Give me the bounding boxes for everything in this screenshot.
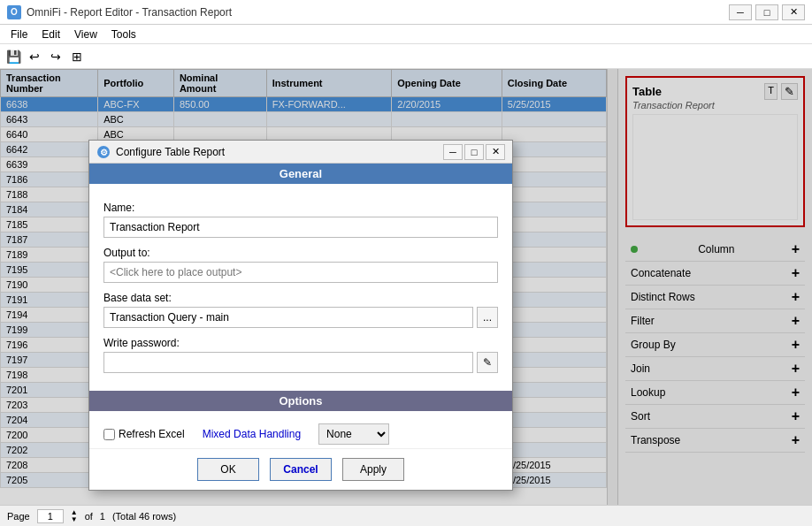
grid-button[interactable]: ⊞ bbox=[67, 47, 87, 66]
save-button[interactable]: 💾 bbox=[4, 47, 23, 66]
of-label: of bbox=[85, 511, 93, 522]
title-bar: O OmniFi - Report Editor - Transaction R… bbox=[0, 0, 812, 25]
menu-edit[interactable]: Edit bbox=[34, 27, 67, 42]
modal-overlay: ⚙ Configure Table Report ─ □ ✕ General N… bbox=[0, 69, 812, 505]
name-label: Name: bbox=[103, 202, 498, 214]
minimize-button[interactable]: ─ bbox=[729, 4, 752, 20]
output-input[interactable] bbox=[103, 262, 498, 283]
password-field: Write password: ✎ bbox=[103, 337, 498, 373]
base-data-label: Base data set: bbox=[103, 292, 498, 304]
app-icon: O bbox=[7, 5, 21, 19]
name-field: Name: bbox=[103, 202, 498, 238]
mixed-data-select[interactable]: None Merge Split bbox=[318, 423, 389, 445]
output-label: Output to: bbox=[103, 247, 498, 259]
output-field: Output to: bbox=[103, 247, 498, 283]
browse-button[interactable]: ... bbox=[477, 307, 498, 328]
refresh-excel-label[interactable]: Refresh Excel bbox=[103, 428, 185, 440]
base-data-field: Base data set: ... bbox=[103, 292, 498, 328]
ok-button[interactable]: OK bbox=[197, 458, 259, 481]
main-layout: TransactionNumber Portfolio NominalAmoun… bbox=[0, 69, 812, 505]
maximize-button[interactable]: □ bbox=[755, 4, 778, 20]
redo-button[interactable]: ↪ bbox=[46, 47, 65, 66]
modal-minimize-button[interactable]: ─ bbox=[443, 144, 463, 160]
options-body: Refresh Excel Mixed Data Handling None M… bbox=[89, 420, 512, 448]
total-rows-label: (Total 46 rows) bbox=[112, 511, 176, 522]
refresh-excel-checkbox[interactable] bbox=[103, 429, 115, 440]
modal-body: Name: Output to: Base data set: ... Writ… bbox=[89, 193, 512, 391]
modal-footer: OK Cancel Apply bbox=[89, 448, 512, 490]
menu-file[interactable]: File bbox=[4, 27, 34, 42]
status-bar: Page ▲ ▼ of 1 (Total 46 rows) bbox=[0, 505, 812, 526]
modal-titlebar: ⚙ Configure Table Report ─ □ ✕ bbox=[89, 141, 512, 164]
toolbar: 💾 ↩ ↪ ⊞ bbox=[0, 44, 812, 69]
cancel-button[interactable]: Cancel bbox=[270, 458, 332, 481]
password-label: Write password: bbox=[103, 337, 498, 349]
password-input[interactable] bbox=[103, 352, 473, 373]
modal-icon: ⚙ bbox=[96, 145, 111, 159]
close-button[interactable]: ✕ bbox=[782, 4, 805, 20]
page-spinner[interactable]: ▲ ▼ bbox=[71, 509, 78, 523]
options-section-header: Options bbox=[89, 391, 512, 411]
spin-down[interactable]: ▼ bbox=[71, 516, 78, 523]
modal-close-button[interactable]: ✕ bbox=[486, 144, 505, 160]
configure-modal: ⚙ Configure Table Report ─ □ ✕ General N… bbox=[88, 140, 513, 491]
mixed-data-label: Mixed Data Handling bbox=[203, 428, 301, 440]
app-title: OmniFi - Report Editor - Transaction Rep… bbox=[27, 6, 232, 19]
menu-tools[interactable]: Tools bbox=[104, 27, 143, 42]
options-row: Refresh Excel Mixed Data Handling None M… bbox=[103, 423, 498, 445]
page-input[interactable] bbox=[37, 509, 64, 523]
modal-title-text: Configure Table Report bbox=[116, 146, 225, 158]
page-label: Page bbox=[7, 511, 30, 522]
svg-text:⚙: ⚙ bbox=[100, 148, 108, 157]
menu-bar: File Edit View Tools bbox=[0, 25, 812, 44]
modal-maximize-button[interactable]: □ bbox=[464, 144, 484, 160]
undo-button[interactable]: ↩ bbox=[25, 47, 44, 66]
menu-view[interactable]: View bbox=[67, 27, 104, 42]
general-section-header: General bbox=[89, 164, 512, 184]
base-data-input[interactable] bbox=[103, 307, 473, 328]
name-input[interactable] bbox=[103, 217, 498, 238]
apply-button[interactable]: Apply bbox=[342, 458, 404, 481]
total-pages: 1 bbox=[100, 511, 105, 522]
password-edit-button[interactable]: ✎ bbox=[477, 352, 498, 373]
